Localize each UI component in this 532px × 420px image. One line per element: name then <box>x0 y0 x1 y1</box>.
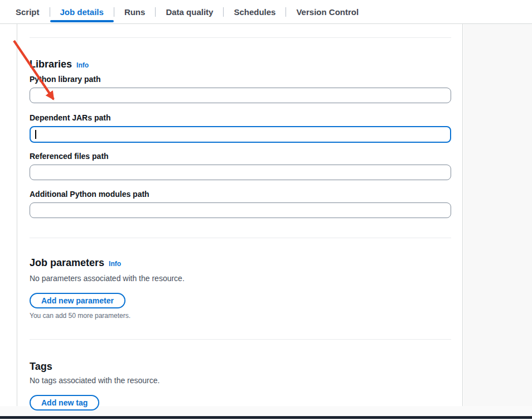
footer-bar <box>0 416 532 419</box>
section-divider <box>30 339 451 340</box>
tags-section-title: Tags <box>30 360 52 373</box>
dependent-jars-path-input[interactable] <box>30 126 451 143</box>
section-divider <box>30 238 451 238</box>
tags-section-header: Tags <box>30 360 451 373</box>
job-parameters-section-header: Job parameters Info <box>30 257 451 270</box>
referenced-files-path-input[interactable] <box>30 165 451 180</box>
tab-data-quality[interactable]: Data quality <box>156 0 223 23</box>
additional-python-modules-path-label: Additional Python modules path <box>30 190 451 199</box>
right-gutter-background <box>463 24 532 416</box>
glue-job-details-page: Script Job details Runs Data quality Sch… <box>0 0 532 420</box>
job-details-panel: Libraries Info Python library path Depen… <box>17 24 463 406</box>
python-library-path-label: Python library path <box>30 75 451 84</box>
tab-bar: Script Job details Runs Data quality Sch… <box>0 0 532 24</box>
tab-runs[interactable]: Runs <box>114 0 156 23</box>
tab-schedules[interactable]: Schedules <box>224 0 286 23</box>
tab-version-control[interactable]: Version Control <box>286 0 369 23</box>
dependent-jars-path-label: Dependent JARs path <box>30 113 451 123</box>
job-parameters-info-link[interactable]: Info <box>109 258 121 270</box>
tab-job-details[interactable]: Job details <box>50 0 114 23</box>
tags-empty-text: No tags associated with the resource. <box>30 375 451 385</box>
referenced-files-path-label: Referenced files path <box>30 152 451 161</box>
libraries-section-header: Libraries Info <box>30 58 451 71</box>
add-new-parameter-button[interactable]: Add new parameter <box>30 293 125 308</box>
job-parameters-helper-text: You can add 50 more parameters. <box>30 312 451 320</box>
tab-script[interactable]: Script <box>6 0 50 23</box>
additional-python-modules-path-input[interactable] <box>30 202 451 218</box>
add-new-tag-button[interactable]: Add new tag <box>30 395 99 411</box>
job-parameters-empty-text: No parameters associated with the resour… <box>30 273 451 283</box>
libraries-info-link[interactable]: Info <box>76 59 89 71</box>
job-details-content: Libraries Info Python library path Depen… <box>17 24 462 411</box>
libraries-section-title: Libraries <box>30 58 72 70</box>
section-divider <box>30 37 451 38</box>
dependent-jars-path-input-wrap <box>30 126 451 143</box>
job-parameters-section-title: Job parameters <box>30 257 104 269</box>
python-library-path-input[interactable] <box>30 88 451 103</box>
